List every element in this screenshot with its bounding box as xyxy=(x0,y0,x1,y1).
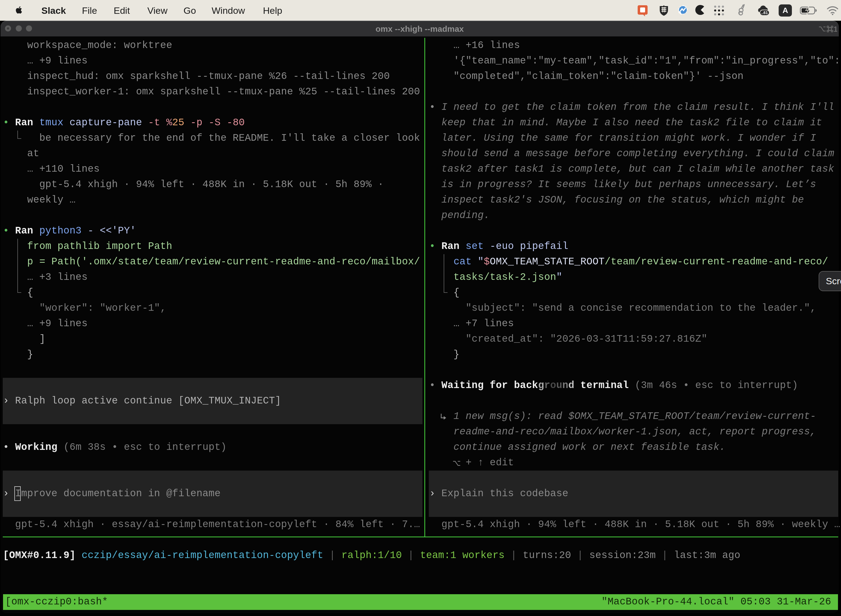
svg-text:1: 1 xyxy=(834,25,837,33)
svg-text:..61: ..61 xyxy=(761,10,768,15)
